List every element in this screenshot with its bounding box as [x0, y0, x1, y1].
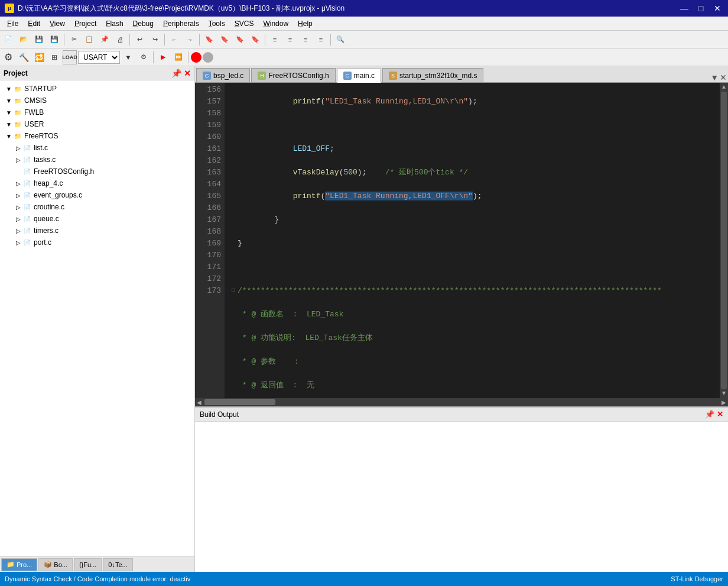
toggle-port[interactable]: ▷ — [14, 239, 22, 246]
new-file-button[interactable]: 📄 — [1, 33, 15, 47]
hscroll-thumb[interactable] — [204, 399, 275, 405]
bookmark3-button[interactable]: 🔖 — [233, 33, 247, 47]
project-close-icon[interactable]: ✕ — [184, 69, 191, 78]
toggle-freertos[interactable]: ▼ — [5, 133, 13, 140]
undo-button[interactable]: ↩ — [132, 33, 147, 47]
indent2-button[interactable]: ≡ — [283, 33, 297, 47]
bottom-tab-functions[interactable]: {}Fu... — [74, 558, 102, 571]
menu-project[interactable]: Project — [70, 18, 101, 29]
tree-item-croutine[interactable]: ▷ 📄 croutine.c — [0, 201, 194, 213]
tree-item-heap4[interactable]: ▷ 📄 heap_4.c — [0, 177, 194, 189]
menu-view[interactable]: View — [45, 18, 70, 29]
scroll-up-arrow[interactable]: ▲ — [722, 84, 726, 90]
bookmark4-button[interactable]: 🔖 — [248, 33, 262, 47]
scroll-left-arrow[interactable]: ◀ — [195, 399, 203, 406]
toggle-timers[interactable]: ▷ — [14, 228, 22, 234]
code-editor[interactable]: 156 157 158 159 160 161 162 163 164 165 … — [195, 83, 728, 398]
build-close-icon[interactable]: ✕ — [717, 410, 723, 419]
save-all-button[interactable]: 💾 — [47, 33, 61, 47]
bookmark2-button[interactable]: 🔖 — [217, 33, 232, 47]
tab-main[interactable]: C main.c — [337, 69, 381, 83]
collapse-164[interactable]: □ — [229, 285, 238, 297]
build-pin-icon[interactable]: 📌 — [705, 410, 714, 419]
toggle-startup[interactable]: ▼ — [5, 86, 13, 92]
toggle-cmsis[interactable]: ▼ — [5, 98, 13, 104]
gray-btn[interactable] — [203, 52, 213, 63]
menu-tools[interactable]: Tools — [204, 18, 230, 29]
toggle-fwlb[interactable]: ▼ — [5, 109, 13, 116]
tab-list-icon[interactable]: ▼ — [710, 73, 719, 82]
collapse-156[interactable] — [229, 96, 238, 108]
tree-item-tasks[interactable]: ▷ 📄 tasks.c — [0, 154, 194, 166]
toggle-croutine[interactable]: ▷ — [14, 204, 22, 211]
tree-item-startup[interactable]: ▼ 📁 STARTUP — [0, 83, 194, 95]
debug-start-button[interactable]: ▶ — [156, 50, 170, 64]
maximize-button[interactable]: □ — [695, 4, 707, 13]
bottom-tab-project[interactable]: 📁 Pro... — [1, 558, 37, 571]
bottom-tab-templates[interactable]: 0↓Te... — [103, 558, 132, 571]
open-file-button[interactable]: 📂 — [17, 33, 31, 47]
indent4-button[interactable]: ≡ — [314, 33, 328, 47]
tree-item-cmsis[interactable]: ▼ 📁 CMSIS — [0, 95, 194, 106]
minimize-button[interactable]: — — [678, 4, 690, 13]
target-dropdown[interactable]: USART — [78, 51, 120, 64]
dropdown-arrow[interactable]: ▼ — [121, 50, 135, 64]
rebuild-button[interactable]: 🔁 — [32, 50, 46, 64]
nav-forward-button[interactable]: → — [183, 33, 197, 47]
save-button[interactable]: 💾 — [32, 33, 46, 47]
menu-svcs[interactable]: SVCS — [230, 18, 259, 29]
menu-flash[interactable]: Flash — [101, 18, 128, 29]
red-btn[interactable] — [191, 52, 202, 63]
scroll-thumb-v[interactable] — [721, 92, 727, 389]
tree-item-freertos[interactable]: ▼ 📁 FreeRTOS — [0, 130, 194, 142]
code-content[interactable]: printf("LED1_Task Running,LED1_ON\r\n");… — [225, 83, 720, 398]
load-button[interactable]: LOAD — [63, 50, 77, 64]
cut-button[interactable]: ✂ — [67, 33, 81, 47]
toggle-heap4[interactable]: ▷ — [14, 180, 22, 187]
bottom-tab-books[interactable]: 📦 Bo... — [38, 558, 73, 571]
tree-item-queue[interactable]: ▷ 📄 queue.c — [0, 213, 194, 225]
close-button[interactable]: ✕ — [711, 4, 723, 13]
toggle-list[interactable]: ▷ — [14, 145, 22, 151]
scroll-right-arrow[interactable]: ▶ — [720, 399, 728, 406]
print-button[interactable]: 🖨 — [113, 33, 127, 47]
editor-scrollbar-v[interactable]: ▲ ▼ — [720, 83, 728, 398]
indent-button[interactable]: ≡ — [268, 33, 282, 47]
tab-close-all-icon[interactable]: ✕ — [720, 73, 727, 82]
tab-freertosconfig[interactable]: H FreeRTOSConfig.h — [251, 68, 335, 82]
menu-help[interactable]: Help — [293, 18, 317, 29]
editor-hscroll[interactable]: ◀ ▶ — [195, 398, 728, 406]
toggle-eventgroups[interactable]: ▷ — [14, 192, 22, 199]
tree-item-eventgroups[interactable]: ▷ 📄 event_groups.c — [0, 189, 194, 201]
bookmark-button[interactable]: 🔖 — [202, 33, 216, 47]
scroll-down-arrow[interactable]: ▼ — [722, 390, 726, 397]
tree-item-list[interactable]: ▷ 📄 list.c — [0, 142, 194, 154]
project-pin-icon[interactable]: 📌 — [171, 69, 181, 78]
search-button[interactable]: 🔍 — [333, 33, 347, 47]
toggle-queue[interactable]: ▷ — [14, 216, 22, 222]
nav-back-button[interactable]: ← — [167, 33, 181, 47]
tree-item-timers[interactable]: ▷ 📄 timers.c — [0, 225, 194, 237]
redo-button[interactable]: ↪ — [148, 33, 162, 47]
menu-file[interactable]: File — [2, 18, 23, 29]
run-button[interactable]: ⏩ — [171, 50, 186, 64]
compile-button[interactable]: ⚙ — [1, 50, 15, 64]
toggle-user[interactable]: ▼ — [5, 121, 13, 128]
toggle-tasks[interactable]: ▷ — [14, 157, 22, 163]
build-button[interactable]: 🔨 — [17, 50, 31, 64]
tree-item-port[interactable]: ▷ 📄 port.c — [0, 237, 194, 248]
paste-button[interactable]: 📌 — [98, 33, 112, 47]
menu-window[interactable]: Window — [258, 18, 293, 29]
menu-peripherals[interactable]: Peripherals — [158, 18, 204, 29]
tab-startup[interactable]: S startup_stm32f10x_md.s — [382, 68, 483, 82]
tree-item-fwlb[interactable]: ▼ 📁 FWLB — [0, 106, 194, 118]
menu-debug[interactable]: Debug — [128, 18, 158, 29]
tab-bsp-led[interactable]: C bsp_led.c — [196, 68, 250, 82]
batch-build-button[interactable]: ⊞ — [47, 50, 61, 64]
tree-item-user[interactable]: ▼ 📁 USER — [0, 118, 194, 130]
copy-button[interactable]: 📋 — [82, 33, 96, 47]
indent3-button[interactable]: ≡ — [298, 33, 313, 47]
menu-edit[interactable]: Edit — [23, 18, 45, 29]
options-button[interactable]: ⚙ — [136, 50, 151, 64]
tree-item-freertosconfig[interactable]: 📄 FreeRTOSConfig.h — [0, 166, 194, 177]
